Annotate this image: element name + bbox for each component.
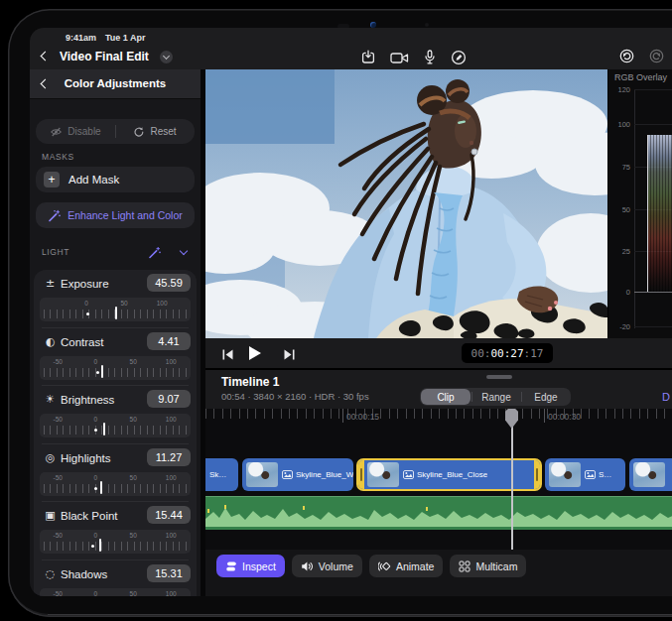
value-indicator[interactable]: [100, 481, 102, 494]
back-button[interactable]: [42, 53, 49, 60]
scale-tick: 0: [93, 358, 97, 365]
multicam-button[interactable]: Multicam: [450, 555, 526, 577]
button-label: Volume: [319, 560, 353, 572]
slider-value[interactable]: 4.41: [147, 332, 191, 350]
enhance-button[interactable]: Enhance Light and Color: [36, 202, 195, 228]
clip-thumbnail: [549, 462, 581, 487]
skip-back-icon: [221, 348, 234, 361]
playhead-handle[interactable]: [505, 409, 518, 429]
scale-tick: 50: [130, 358, 137, 365]
slider-value[interactable]: 15.31: [147, 564, 191, 582]
scale-tick: 0: [84, 300, 88, 307]
enhance-label: Enhance Light and Color: [67, 209, 183, 221]
skip-back-button[interactable]: [221, 347, 234, 365]
scale-tick: -50: [54, 416, 63, 423]
skip-forward-button[interactable]: [283, 347, 296, 365]
magic-wand-icon: [148, 246, 161, 259]
mode-clip-button[interactable]: Clip: [421, 389, 470, 405]
light-heading: LIGHT: [42, 247, 69, 257]
slider-row-contrast: ◐ Contrast 4.41 -50 0 50 100: [34, 328, 197, 387]
timeline-name: Timeline 1: [221, 375, 279, 389]
reset-button[interactable]: Reset: [115, 119, 195, 144]
mode-range-button[interactable]: Range: [471, 388, 521, 406]
redo-icon: [649, 49, 664, 63]
slider-ruler[interactable]: -50 0 50 100: [40, 414, 191, 437]
value-indicator[interactable]: [99, 539, 101, 552]
play-button[interactable]: [249, 346, 261, 360]
animate-button[interactable]: Animate: [369, 555, 444, 577]
timeline-ruler[interactable]: [205, 409, 672, 419]
slider-label: Exposure: [61, 278, 109, 290]
value-indicator[interactable]: [103, 423, 105, 435]
clip-partial-right[interactable]: [629, 458, 672, 491]
scale-tick: -50: [54, 532, 63, 539]
done-button-partial[interactable]: D: [662, 391, 672, 403]
redo-button[interactable]: [649, 49, 664, 63]
clip-skyline-blue-wide[interactable]: Skyline_Blue_Wide: [242, 458, 353, 491]
slider-value[interactable]: 11.27: [147, 448, 191, 466]
disable-button[interactable]: Disable: [36, 119, 115, 144]
slider-ruler[interactable]: -50 0 50 100: [40, 356, 191, 380]
slider-label: Highlights: [61, 452, 111, 464]
slider-ruler[interactable]: -50 0 50 100: [40, 588, 191, 597]
collapse-chevron-icon[interactable]: [180, 247, 188, 255]
slider-label: Black Point: [61, 510, 118, 522]
video-preview[interactable]: [205, 69, 607, 338]
top-chrome: 9:41am Tue 1 Apr Video Final Edit: [30, 28, 672, 69]
speaker-icon: [301, 560, 314, 572]
slider-value[interactable]: 45.59: [147, 274, 191, 292]
screen: 9:41am Tue 1 Apr Video Final Edit: [30, 28, 672, 596]
value-indicator[interactable]: [101, 365, 103, 378]
timeline-header: Timeline 1 00:54 · 3840 × 2160 · HDR · 3…: [205, 370, 672, 409]
import-button[interactable]: [360, 50, 376, 65]
timecode-current: 00:27: [490, 347, 523, 360]
playhead-line[interactable]: [511, 427, 513, 551]
clip-name: Skyline_Blue_Close: [417, 470, 487, 479]
scale-tick: -50: [54, 590, 63, 597]
slider-row-shadows: ◌ Shadows 15.31 -50 0 50 100: [34, 560, 197, 597]
audio-track[interactable]: [205, 496, 672, 530]
edit-mode-segmented-control: Clip Range Edge: [420, 388, 571, 406]
resize-drag-handle[interactable]: [486, 375, 512, 379]
clip-thumbnail: [367, 462, 399, 487]
plus-icon: +: [44, 172, 60, 187]
clip-partial-left[interactable]: Sk…: [205, 458, 238, 491]
slider-ruler[interactable]: 0 50 100: [40, 298, 191, 321]
mode-edge-button[interactable]: Edge: [521, 388, 571, 406]
volume-button[interactable]: Volume: [292, 555, 362, 577]
scope-tick-label: -20: [610, 322, 630, 331]
clip-truncated[interactable]: S…: [545, 458, 625, 491]
voiceover-button[interactable]: [423, 50, 437, 65]
trim-handle-right[interactable]: [534, 460, 540, 489]
pencil-annotate-icon: [451, 50, 467, 65]
slider-label: Shadows: [61, 568, 107, 580]
button-label: Multicam: [475, 560, 517, 572]
sensor-dot: [425, 23, 429, 27]
annotate-button[interactable]: [451, 50, 467, 65]
clip-name: Sk…: [209, 470, 226, 479]
title-dropdown-button[interactable]: [160, 51, 173, 63]
tick-marks: [44, 426, 187, 435]
record-button[interactable]: [390, 51, 409, 65]
scale-tick: 100: [166, 416, 177, 423]
scope-tick-label: 75: [610, 163, 630, 172]
scope-waveform: [647, 135, 672, 292]
slider-value[interactable]: 9.07: [147, 390, 191, 408]
scale-tick: 100: [166, 474, 177, 481]
slider-ruler[interactable]: -50 0 50 100: [40, 472, 191, 496]
scope-baseline: [634, 292, 672, 293]
light-wand-button[interactable]: [148, 245, 161, 263]
inspect-button[interactable]: Inspect: [216, 555, 285, 577]
undo-button[interactable]: [619, 49, 634, 63]
trim-handle-left[interactable]: [358, 460, 364, 489]
value-indicator[interactable]: [115, 307, 117, 319]
status-time: 9:41am: [66, 33, 96, 43]
tick-marks: [44, 484, 187, 493]
timecode-display[interactable]: 00:00:27:17: [462, 343, 553, 363]
slider-ruler[interactable]: -50 0 50 100: [40, 530, 191, 554]
back-chevron-icon: [41, 52, 51, 62]
add-mask-button[interactable]: + Add Mask: [36, 167, 195, 192]
panel-header: Color Adjustments: [30, 69, 201, 99]
clip-skyline-blue-close-selected[interactable]: Skyline_Blue_Close: [356, 458, 542, 491]
slider-value[interactable]: 15.44: [147, 506, 191, 524]
